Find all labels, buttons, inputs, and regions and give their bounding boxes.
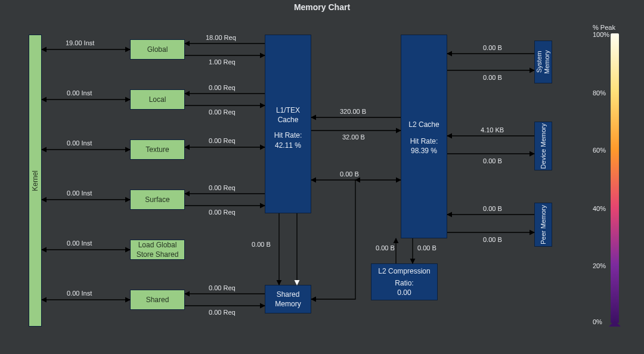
edge-l2-peer-b: 0.00 B bbox=[483, 236, 502, 243]
kernel-block: Kernel bbox=[30, 170, 40, 191]
edge-shared-sm-t: 0.00 Req bbox=[209, 284, 236, 291]
edge-k-global: 19.00 Inst bbox=[66, 39, 94, 46]
l1-name: L1/TEX Cache bbox=[276, 105, 300, 125]
edge-l2-sys-t: 0.00 B bbox=[483, 44, 502, 51]
edge-l1-shared: 0.00 B bbox=[252, 241, 271, 248]
l2-compression-block: L2 Compression Ratio: 0.00 bbox=[371, 263, 438, 300]
edge-comp-r: 0.00 B bbox=[417, 244, 436, 251]
l2comp-name: L2 Compression bbox=[378, 266, 430, 276]
edge-k-texture: 0.00 Inst bbox=[67, 139, 92, 147]
tick-0: 0% bbox=[593, 318, 602, 325]
texture-block: Texture bbox=[130, 139, 185, 160]
edge-global-l1-t: 18.00 Req bbox=[206, 34, 236, 41]
edge-l2-dev-b: 0.00 B bbox=[483, 157, 502, 164]
edge-l2-dev-t: 4.10 KB bbox=[481, 126, 504, 133]
edge-k-shared: 0.00 Inst bbox=[67, 290, 92, 297]
l2-name: L2 Cache bbox=[408, 120, 439, 129]
edge-l2-sys-b: 0.00 B bbox=[483, 74, 502, 81]
edge-shared-sm-b: 0.00 Req bbox=[209, 309, 236, 316]
tick-80: 80% bbox=[593, 89, 606, 97]
edge-l1-l2-t: 320.00 B bbox=[340, 108, 366, 115]
l1-hitrate: Hit Rate: 42.11 % bbox=[274, 131, 302, 150]
edge-k-lgss: 0.00 Inst bbox=[67, 240, 92, 247]
tick-60: 60% bbox=[593, 147, 606, 154]
system-memory-block: System Memory bbox=[535, 41, 550, 83]
scale-label: % Peak bbox=[593, 24, 615, 31]
shared-block: Shared bbox=[130, 290, 185, 310]
device-memory-block: Device Memory bbox=[540, 123, 547, 169]
scale-bar bbox=[611, 33, 619, 323]
edge-k-local: 0.00 Inst bbox=[67, 89, 92, 97]
scale-pointer-icon bbox=[609, 321, 621, 327]
surface-block: Surface bbox=[130, 190, 185, 210]
edge-surface-l1-t: 0.00 Req bbox=[209, 184, 236, 191]
tick-100: 100% bbox=[593, 31, 609, 38]
shared-memory-block: Shared Memory bbox=[265, 285, 311, 313]
edge-local-l1-t: 0.00 Req bbox=[209, 84, 236, 91]
tick-20: 20% bbox=[593, 262, 606, 269]
edge-texture-l1: 0.00 Req bbox=[209, 137, 236, 144]
edge-l1-l2-b: 32.00 B bbox=[342, 133, 365, 141]
edge-l2-peer-t: 0.00 B bbox=[483, 205, 502, 212]
edge-k-surface: 0.00 Inst bbox=[67, 190, 92, 197]
global-block: Global bbox=[130, 39, 185, 60]
chart-title: Memory Chart bbox=[0, 2, 644, 12]
edge-shared-l2: 0.00 B bbox=[340, 170, 359, 178]
l2comp-ratio: Ratio: 0.00 bbox=[395, 278, 413, 297]
peer-memory-block: Peer Memory bbox=[540, 205, 547, 244]
edge-local-l1-b: 0.00 Req bbox=[209, 108, 236, 116]
edge-global-l1-b: 1.00 Req bbox=[209, 58, 236, 66]
l2-cache-block: L2 Cache Hit Rate: 98.39 % bbox=[401, 35, 447, 238]
local-block: Local bbox=[130, 89, 185, 110]
l1-cache-block: L1/TEX Cache Hit Rate: 42.11 % bbox=[265, 35, 311, 213]
edge-comp-l: 0.00 B bbox=[376, 244, 395, 251]
edge-surface-l1-b: 0.00 Req bbox=[209, 209, 236, 216]
lgss-block: Load Global Store Shared bbox=[130, 240, 185, 260]
l2-hitrate: Hit Rate: 98.39 % bbox=[410, 136, 438, 156]
tick-40: 40% bbox=[593, 205, 606, 212]
peak-scale: % Peak 100% 80% 60% 40% 20% 0% bbox=[607, 33, 636, 325]
